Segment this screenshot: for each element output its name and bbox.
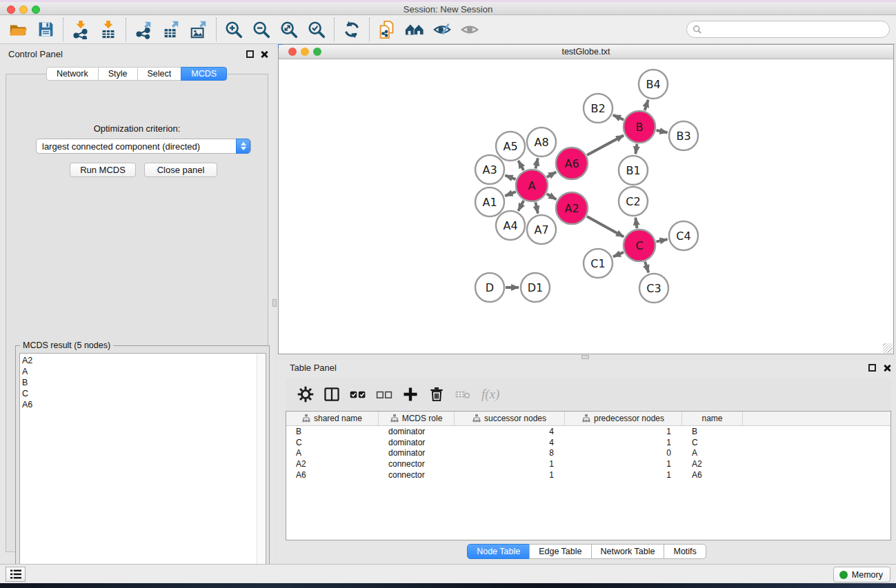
criterion-dropdown[interactable]: largest connected component (directed) [36, 139, 251, 154]
mcds-result-item[interactable]: A6 [22, 399, 266, 410]
run-mcds-button[interactable]: Run MCDS [70, 163, 136, 177]
table-cell[interactable]: 1 [565, 427, 682, 436]
table-row[interactable]: A2connector11A2 [286, 458, 890, 469]
network-window-titlebar[interactable]: testGlobe.txt [279, 45, 893, 59]
resize-grip-icon[interactable] [883, 343, 893, 353]
list-scrollbar[interactable] [257, 354, 266, 574]
table-cell[interactable]: A6 [682, 470, 743, 480]
graph-node-A3[interactable]: A3 [475, 155, 504, 184]
table-cell[interactable]: A6 [286, 470, 379, 480]
graph-node-A6[interactable]: A6 [556, 148, 588, 179]
column-header-shared-name[interactable]: shared name [286, 412, 379, 425]
table-cell[interactable]: dominator [379, 438, 455, 447]
table-cell[interactable]: 8 [455, 448, 565, 458]
graph-node-B3[interactable]: B3 [669, 121, 698, 150]
table-cell[interactable]: A2 [286, 459, 379, 469]
table-cell[interactable]: 1 [455, 459, 565, 469]
table-cell[interactable]: connector [379, 470, 455, 480]
close-panel-icon[interactable] [882, 363, 891, 372]
graph-node-A7[interactable]: A7 [527, 215, 556, 244]
table-cell[interactable]: A2 [682, 459, 743, 469]
memory-button[interactable]: Memory [833, 567, 890, 582]
table-cell[interactable]: 4 [455, 438, 565, 447]
column-header-name[interactable]: name [682, 412, 743, 425]
export-image-button[interactable] [185, 17, 212, 42]
split-pane-handle[interactable] [272, 299, 277, 307]
graph-node-A2[interactable]: A2 [556, 192, 588, 224]
table-row[interactable]: A6connector11A6 [286, 469, 890, 480]
graph-node-C2[interactable]: C2 [619, 187, 648, 216]
table-row[interactable]: Adominator80A [286, 448, 890, 459]
save-session-button[interactable] [32, 17, 59, 42]
home-button[interactable] [401, 17, 428, 42]
graph-node-A[interactable]: A [516, 170, 548, 201]
select-all-button[interactable] [345, 382, 371, 407]
export-network-button[interactable] [130, 17, 157, 42]
table-cell[interactable]: dominator [379, 427, 455, 436]
graph-node-C1[interactable]: C1 [584, 249, 613, 278]
search-input[interactable] [702, 23, 889, 37]
float-panel-icon[interactable] [868, 364, 876, 372]
graph-node-B4[interactable]: B4 [639, 70, 668, 99]
network-graph[interactable]: B4B2BB3A8A5A6A3B1AC2A1A2A4A7C4CC1C3DD1 [279, 59, 893, 354]
table-cell[interactable]: connector [379, 459, 455, 469]
table-cell[interactable]: 1 [565, 459, 682, 469]
table-cell[interactable]: B [682, 427, 743, 436]
graph-node-A5[interactable]: A5 [496, 132, 525, 161]
tab-node-table[interactable]: Node Table [467, 544, 530, 559]
graph-node-C4[interactable]: C4 [669, 221, 698, 250]
import-network-button[interactable] [67, 17, 94, 42]
graph-node-A8[interactable]: A8 [527, 128, 556, 156]
column-header-MCDS-role[interactable]: MCDS role [379, 412, 455, 425]
table-row[interactable]: Bdominator41B [286, 426, 890, 437]
delete-table-button[interactable] [450, 382, 476, 407]
add-column-button[interactable] [397, 382, 424, 407]
tab-edge-table[interactable]: Edge Table [529, 544, 591, 559]
table-cell[interactable]: B [286, 427, 379, 436]
deselect-all-button[interactable] [371, 382, 397, 407]
import-table-button[interactable] [94, 17, 122, 42]
close-panel-button[interactable]: Close panel [144, 163, 217, 177]
table-settings-button[interactable] [292, 382, 319, 407]
mcds-result-item[interactable]: B [22, 377, 266, 388]
column-header-predecessor-nodes[interactable]: predecessor nodes [565, 412, 682, 425]
tab-select[interactable]: Select [137, 67, 182, 81]
table-cell[interactable]: A [286, 448, 379, 458]
zoom-out-button[interactable] [248, 17, 275, 42]
show-hide-graphics-button[interactable] [456, 17, 484, 42]
graph-node-B2[interactable]: B2 [584, 94, 613, 123]
open-file-button[interactable] [4, 17, 32, 42]
column-header-successor-nodes[interactable]: successor nodes [455, 412, 565, 425]
graph-node-B[interactable]: B [624, 111, 655, 143]
graph-node-C[interactable]: C [624, 230, 655, 261]
table-cell[interactable]: 4 [455, 427, 565, 436]
table-cell[interactable]: 1 [565, 438, 682, 447]
zoom-in-button[interactable] [220, 17, 248, 42]
mcds-result-item[interactable]: C [22, 388, 266, 399]
table-cell[interactable]: C [286, 438, 379, 447]
refresh-button[interactable] [338, 17, 366, 42]
table-cell[interactable]: 1 [565, 470, 682, 480]
zoom-fit-button[interactable] [275, 17, 303, 42]
zoom-selected-button[interactable] [303, 17, 330, 42]
split-pane-handle[interactable] [581, 355, 589, 359]
copy-network-button[interactable] [373, 17, 401, 42]
graph-node-B1[interactable]: B1 [619, 156, 648, 185]
table-cell[interactable]: 0 [565, 448, 682, 458]
function-builder-button[interactable]: f(x) [481, 387, 499, 402]
table-cell[interactable]: A [682, 448, 743, 458]
tab-mcds[interactable]: MCDS [181, 67, 227, 81]
tab-network-table[interactable]: Network Table [591, 544, 665, 559]
graph-node-A1[interactable]: A1 [475, 187, 504, 216]
close-panel-icon[interactable] [259, 50, 268, 59]
graph-node-D1[interactable]: D1 [521, 273, 550, 302]
node-table[interactable]: shared nameMCDS rolesuccessor nodesprede… [286, 411, 891, 540]
tab-motifs[interactable]: Motifs [664, 544, 706, 559]
show-columns-button[interactable] [319, 382, 345, 407]
graph-node-A4[interactable]: A4 [496, 211, 525, 240]
table-cell[interactable]: dominator [379, 448, 455, 458]
style-preview-button[interactable] [428, 17, 456, 42]
graph-node-D[interactable]: D [475, 273, 504, 302]
float-panel-icon[interactable] [246, 50, 254, 58]
task-history-button[interactable] [6, 567, 26, 582]
